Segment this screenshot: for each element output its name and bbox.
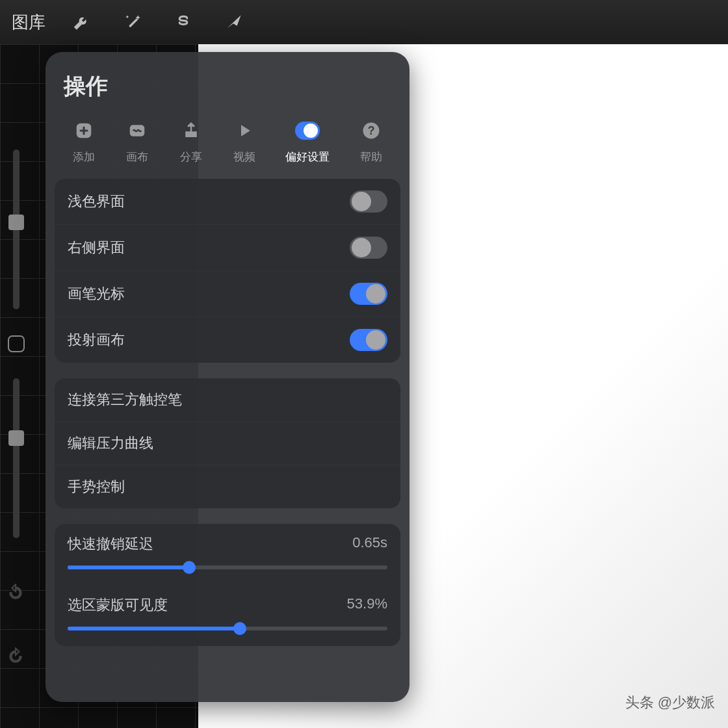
arrow-icon[interactable]: [220, 8, 248, 36]
toggle-row-project-canvas: 投射画布: [55, 317, 400, 363]
toggle-row-right-ui: 右侧界面: [55, 224, 400, 270]
tab-label: 添加: [73, 150, 95, 164]
share-icon: [179, 118, 203, 143]
toggle-row-brush-cursor: 画笔光标: [55, 270, 400, 317]
tab-label: 视频: [233, 150, 255, 164]
gallery-button[interactable]: 图库: [12, 11, 46, 34]
redo-button[interactable]: [7, 647, 25, 666]
toggle-label: 右侧界面: [68, 238, 125, 257]
actions-panel: 操作 添加 画布 分享 视频 偏好设置 ? 帮助 浅色界面 右侧界面: [46, 52, 410, 702]
undo-delay-slider[interactable]: [68, 566, 387, 569]
slider-label: 选区蒙版可见度: [68, 595, 168, 615]
left-sidebar: [0, 150, 32, 666]
modifier-button[interactable]: [8, 335, 25, 352]
topbar: 图库: [0, 0, 728, 44]
toggle-label: 画笔光标: [68, 284, 125, 304]
add-icon: [72, 118, 96, 143]
toggle-icon: [295, 118, 320, 143]
slider-undo-delay: 快速撤销延迟 0.65s: [55, 524, 400, 585]
link-stylus[interactable]: 连接第三方触控笔: [55, 378, 400, 421]
tab-label: 偏好设置: [285, 150, 330, 164]
link-pressure[interactable]: 编辑压力曲线: [55, 421, 400, 465]
slider-group: 快速撤销延迟 0.65s 选区蒙版可见度 53.9%: [55, 524, 400, 646]
tab-add[interactable]: 添加: [72, 118, 96, 164]
link-group: 连接第三方触控笔 编辑压力曲线 手势控制: [55, 378, 400, 508]
opacity-slider[interactable]: [13, 378, 20, 538]
tab-help[interactable]: ? 帮助: [359, 118, 384, 164]
tab-label: 帮助: [360, 150, 382, 164]
brush-cursor-toggle[interactable]: [350, 283, 387, 305]
panel-tabs: 添加 画布 分享 视频 偏好设置 ? 帮助: [46, 113, 410, 179]
tab-share[interactable]: 分享: [179, 118, 203, 164]
panel-title: 操作: [46, 72, 410, 113]
watermark: 头条 @少数派: [625, 693, 715, 712]
slider-label: 快速撤销延迟: [68, 534, 153, 554]
play-icon: [232, 118, 257, 143]
project-canvas-toggle[interactable]: [350, 329, 387, 351]
tab-video[interactable]: 视频: [232, 118, 257, 164]
right-ui-toggle[interactable]: [350, 237, 387, 259]
slider-mask-visibility: 选区蒙版可见度 53.9%: [55, 585, 400, 646]
s-icon[interactable]: [169, 8, 198, 36]
magic-wand-icon[interactable]: [118, 8, 147, 36]
mask-visibility-slider[interactable]: [68, 627, 387, 630]
undo-button[interactable]: [7, 584, 25, 602]
tab-prefs[interactable]: 偏好设置: [285, 118, 330, 164]
tab-canvas[interactable]: 画布: [125, 118, 150, 164]
slider-value: 0.65s: [352, 534, 387, 554]
toggle-group: 浅色界面 右侧界面 画笔光标 投射画布: [55, 179, 400, 363]
toggle-label: 投射画布: [68, 330, 125, 350]
canvas-icon: [125, 118, 150, 143]
light-ui-toggle[interactable]: [350, 190, 387, 213]
svg-text:?: ?: [367, 124, 374, 137]
tab-label: 画布: [126, 150, 148, 164]
wrench-icon[interactable]: [68, 8, 96, 36]
link-gesture[interactable]: 手势控制: [55, 465, 400, 508]
toggle-row-light-ui: 浅色界面: [55, 179, 400, 224]
brush-size-slider[interactable]: [13, 150, 20, 309]
toggle-label: 浅色界面: [68, 192, 125, 211]
slider-value: 53.9%: [347, 595, 387, 615]
tab-label: 分享: [180, 150, 202, 164]
help-icon: ?: [359, 118, 384, 143]
